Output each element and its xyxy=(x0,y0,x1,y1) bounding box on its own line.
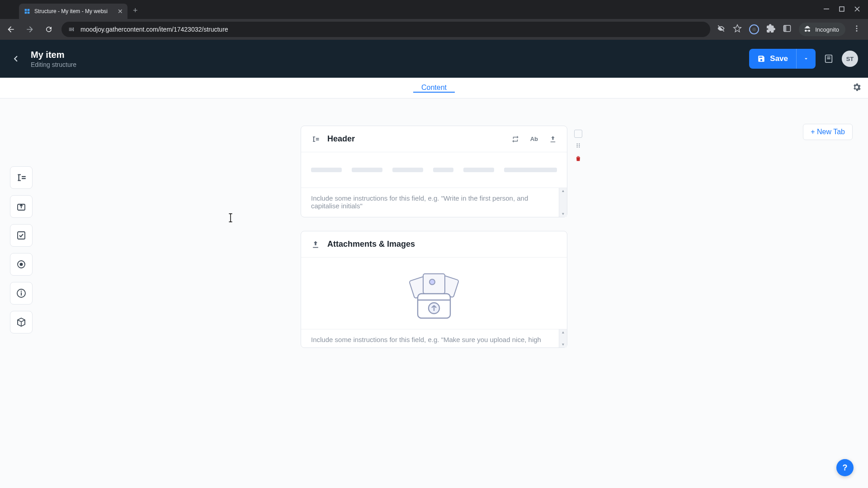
svg-rect-10 xyxy=(827,56,830,57)
svg-rect-11 xyxy=(827,58,830,59)
field-card-header[interactable]: Header Ab xyxy=(301,126,567,217)
svg-point-23 xyxy=(577,146,578,147)
save-icon xyxy=(757,55,765,63)
browser-window: Structure - My item - My websi ✕ + moodj… xyxy=(0,0,868,40)
scrollbar[interactable]: ▲ ▼ xyxy=(559,329,567,347)
field-name-input[interactable]: Header xyxy=(327,134,500,144)
new-tab-label: + New Tab xyxy=(811,128,845,136)
scroll-up-icon: ▲ xyxy=(561,189,565,193)
svg-point-2 xyxy=(73,28,74,29)
incognito-indicator[interactable]: Incognito xyxy=(799,23,845,36)
profile-icon[interactable] xyxy=(749,24,759,34)
svg-point-28 xyxy=(429,279,435,285)
preview-icon[interactable] xyxy=(824,54,834,64)
rail-radio-button[interactable] xyxy=(10,253,33,276)
workspace: + New Tab xyxy=(0,99,868,488)
browser-tabstrip: Structure - My item - My websi ✕ + xyxy=(0,0,868,19)
incognito-label: Incognito xyxy=(815,26,839,33)
field-name-input[interactable]: Attachments & Images xyxy=(327,239,557,249)
field-checkbox[interactable] xyxy=(574,130,582,138)
tab-content[interactable]: Content xyxy=(413,84,455,93)
fields-canvas: Header Ab xyxy=(301,126,567,348)
window-maximize-icon[interactable] xyxy=(839,5,844,14)
tab-close-icon[interactable]: ✕ xyxy=(118,8,123,15)
avatar-initials: ST xyxy=(846,56,854,62)
scroll-down-icon: ▼ xyxy=(561,212,565,216)
chevron-down-icon xyxy=(803,56,809,62)
title-block: My item Editing structure xyxy=(31,50,76,68)
extensions-icon[interactable] xyxy=(766,24,775,35)
app-header: My item Editing structure Save ST xyxy=(0,40,868,78)
user-avatar[interactable]: ST xyxy=(842,51,858,67)
svg-point-19 xyxy=(577,143,578,144)
site-settings-icon[interactable] xyxy=(68,26,75,33)
svg-point-18 xyxy=(21,291,22,292)
rail-component-button[interactable] xyxy=(10,311,33,333)
text-field-icon xyxy=(311,135,320,144)
checkbox-icon xyxy=(16,230,27,241)
delete-field-button[interactable] xyxy=(575,155,582,164)
svg-point-3 xyxy=(73,30,74,31)
field-header: Attachments & Images xyxy=(301,231,567,258)
svg-rect-1 xyxy=(840,7,844,11)
rail-checkbox-button[interactable] xyxy=(10,224,33,247)
cube-icon xyxy=(16,317,27,328)
incognito-icon xyxy=(803,25,811,33)
field-body[interactable] xyxy=(301,152,567,188)
svg-point-21 xyxy=(577,145,578,146)
page-title: My item xyxy=(31,50,76,60)
eye-off-icon[interactable] xyxy=(717,24,726,35)
instructions-input[interactable] xyxy=(301,329,559,347)
new-tab-button[interactable]: + New Tab xyxy=(803,124,853,140)
star-icon[interactable] xyxy=(733,24,742,35)
gear-icon[interactable] xyxy=(852,82,862,94)
scroll-down-icon: ▼ xyxy=(561,343,565,347)
tab-bar: Content xyxy=(0,78,868,99)
app-root: My item Editing structure Save ST xyxy=(0,40,868,488)
svg-point-7 xyxy=(856,28,858,29)
scrollbar[interactable]: ▲ ▼ xyxy=(559,188,567,217)
back-button[interactable] xyxy=(10,53,22,65)
browser-toolbar: moodjoy.gathercontent.com/item/17423032/… xyxy=(0,19,868,40)
rail-attachment-button[interactable] xyxy=(10,195,33,218)
window-controls xyxy=(816,0,868,19)
save-button-group: Save xyxy=(749,49,816,69)
save-dropdown-button[interactable] xyxy=(796,49,816,69)
question-icon: ? xyxy=(843,463,848,473)
page-subtitle: Editing structure xyxy=(31,61,76,68)
ab-icon[interactable]: Ab xyxy=(530,136,538,142)
instructions-input[interactable] xyxy=(301,188,559,217)
svg-rect-5 xyxy=(784,25,787,31)
field-side-controls xyxy=(574,130,582,164)
address-bar[interactable]: moodjoy.gathercontent.com/item/17423032/… xyxy=(61,22,710,37)
reload-icon[interactable] xyxy=(42,23,55,36)
kebab-menu-icon[interactable] xyxy=(853,24,861,34)
field-card-attachments[interactable]: Attachments & Images xyxy=(301,231,567,348)
svg-point-8 xyxy=(856,30,858,32)
browser-tab-title: Structure - My item - My websi xyxy=(34,8,108,14)
save-button[interactable]: Save xyxy=(749,54,796,63)
rail-guideline-button[interactable] xyxy=(10,282,33,305)
drag-handle-icon[interactable] xyxy=(575,142,581,150)
browser-tab-active[interactable]: Structure - My item - My websi ✕ xyxy=(19,4,127,19)
nav-forward-icon[interactable] xyxy=(24,23,36,36)
svg-point-22 xyxy=(579,145,580,146)
tab-label: Content xyxy=(421,84,447,92)
svg-point-15 xyxy=(20,263,23,266)
favicon-icon xyxy=(24,8,31,15)
repeat-icon[interactable] xyxy=(511,135,519,143)
export-icon[interactable] xyxy=(549,135,557,143)
nav-back-icon[interactable] xyxy=(5,23,17,36)
address-bar-url: moodjoy.gathercontent.com/item/17423032/… xyxy=(80,26,228,33)
window-close-icon[interactable] xyxy=(854,5,860,14)
help-button[interactable]: ? xyxy=(836,459,854,476)
scroll-up-icon: ▲ xyxy=(561,330,565,334)
text-field-icon xyxy=(15,172,27,183)
window-minimize-icon[interactable] xyxy=(824,5,829,14)
svg-rect-13 xyxy=(18,232,25,239)
new-browser-tab-button[interactable]: + xyxy=(127,2,143,19)
info-icon xyxy=(16,288,27,299)
upload-icon xyxy=(311,240,320,249)
sidepanel-icon[interactable] xyxy=(783,24,792,35)
rail-text-field-button[interactable] xyxy=(10,166,33,189)
